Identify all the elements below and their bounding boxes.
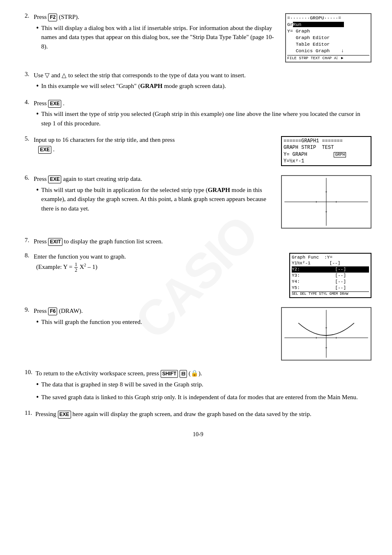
strip-screen: ======GRAPH1 ======= GRAPH STRIP TEST Y=… — [281, 136, 371, 166]
f2-key: F2 — [48, 14, 57, 21]
step-number: 6. — [25, 174, 32, 181]
step-text: Input up to 16 characters for the strip … — [34, 135, 175, 154]
bullet-item: • This will graph the function you enter… — [36, 317, 274, 327]
step-number: 3. — [25, 71, 32, 78]
step-text: Press EXIT to display the graph function… — [34, 237, 163, 246]
bullet-item: • In this example we will select "Graph"… — [36, 81, 371, 91]
step-number: 9. — [25, 306, 32, 313]
parabola-graph-screen — [281, 307, 371, 361]
exe-key: EXE — [38, 146, 51, 154]
example-text: (Example: Y = 12 X2 – 1) — [36, 262, 282, 273]
step-6: 6. Press EXE again to start creating str… — [25, 174, 371, 231]
step-number: 11. — [25, 409, 34, 416]
bullet-item: • The data that is graphed in step 8 wil… — [36, 380, 371, 389]
exe-key: EXE — [48, 176, 61, 183]
step-text: To return to the eActivity workspace scr… — [36, 369, 202, 378]
bullet-text: In this example we will select "Graph" (… — [41, 81, 371, 91]
step-4: 4. Press EXE . • This will insert the ty… — [25, 99, 371, 130]
screen-step8: Graph Func :Y= Y1½x²-1 [--] Y2: [--] Y3:… — [289, 253, 371, 298]
bullet-text: This will start up the built in applicat… — [41, 185, 274, 213]
step-9: 9. Press F6 (DRAW). • This will graph th… — [25, 306, 371, 363]
step-number: 7. — [25, 237, 32, 244]
step-text: Press EXE again to start creating strip … — [34, 174, 142, 184]
step-10: 10. To return to the eActivity workspace… — [25, 369, 371, 404]
step-7: 7. Press EXIT to display the graph funct… — [25, 237, 371, 246]
step-number: 4. — [25, 99, 32, 106]
step-text: Use ▽ and △ to select the strip that cor… — [34, 71, 246, 80]
screen-step5: ======GRAPH1 ======= GRAPH STRIP TEST Y=… — [281, 136, 371, 166]
screen-step9 — [281, 307, 371, 361]
screen-step6 — [281, 175, 371, 229]
bullet-item: • This will insert the type of strip you… — [36, 109, 371, 128]
step-number: 10. — [25, 369, 34, 376]
step-text: Enter the function you want to graph. — [34, 252, 126, 261]
exe-key: EXE — [58, 411, 71, 419]
shift-key: SHIFT — [161, 370, 178, 378]
bullet-item: • This will start up the built in applic… — [36, 185, 274, 213]
func-list-screen: Graph Func :Y= Y1½x²-1 [--] Y2: [--] Y3:… — [289, 253, 371, 298]
step-text: Press F6 (DRAW). — [34, 306, 83, 316]
screen-step2: =·······GROPU·····= GrRun Y= Graph Graph… — [285, 13, 371, 62]
step-11: 11. Pressing EXE here again will display… — [25, 409, 371, 419]
step-2: 2. Press F2 (STRP). • This will display … — [25, 12, 371, 65]
bullet-item: • This will display a dialog box with a … — [36, 23, 278, 51]
step-number: 8. — [25, 252, 32, 259]
bullet-text: The data that is graphed in step 8 will … — [41, 380, 371, 389]
step-number: 2. — [25, 12, 32, 19]
bullet-text: The saved graph data is linked to this G… — [41, 393, 371, 402]
bullet-text: This will graph the function you entered… — [41, 317, 274, 327]
f6-key: F6 — [48, 308, 57, 315]
bullet-item: • The saved graph data is linked to this… — [36, 393, 371, 402]
step-text: Press F2 (STRP). — [34, 12, 79, 22]
blank-graph-screen — [281, 175, 371, 229]
step-3: 3. Use ▽ and △ to select the strip that … — [25, 71, 371, 93]
bullet-text: This will display a dialog box with a li… — [41, 23, 278, 51]
exe-key: EXE — [48, 100, 61, 108]
step-5: 5. Input up to 16 characters for the str… — [25, 135, 371, 169]
step-number: 5. — [25, 135, 32, 142]
step-text: Press EXE . — [34, 99, 65, 108]
step-8: 8. Enter the function you want to graph.… — [25, 252, 371, 301]
step-text: Pressing EXE here again will display the… — [35, 409, 311, 419]
exit-key: EXIT — [48, 238, 62, 246]
menu-screen: =·······GROPU·····= GrRun Y= Graph Graph… — [285, 13, 371, 62]
exit-key2: ⊟ — [180, 370, 187, 378]
page-number: 10-9 — [25, 431, 371, 438]
bullet-text: This will insert the type of strip you s… — [41, 109, 371, 128]
